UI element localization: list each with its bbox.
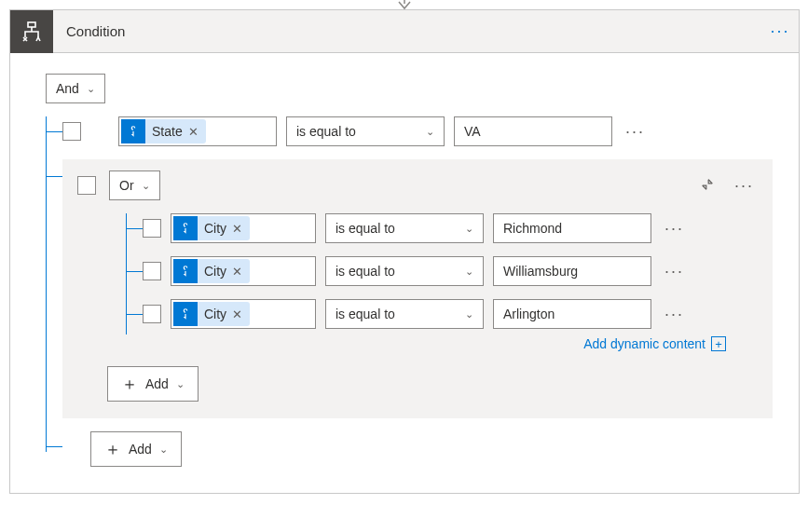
value-input[interactable]: Richmond [493,213,651,243]
nested-add-row: ＋ Add ⌄ [107,366,758,402]
chevron-down-icon: ⌄ [426,126,434,138]
chevron-down-icon: ⌄ [87,83,95,95]
root-tree: State ✕ is equal to ⌄ VA ··· [46,116,773,467]
operator-label: is equal to [336,221,395,236]
condition-row: City ✕ is equal to ⌄ Williamsburg ··· [143,256,758,286]
value-text: Richmond [503,221,562,236]
card-header: Condition ··· [10,10,799,53]
nested-logic-label: Or [119,178,134,193]
operator-label: is equal to [296,124,356,139]
nested-header: Or ⌄ ··· [77,171,758,200]
chevron-down-icon: ⌄ [465,266,473,278]
row-checkbox[interactable] [143,305,161,323]
trigger-icon [173,259,198,283]
condition-body: And ⌄ State ✕ is equal to [10,53,799,493]
field-label: City [204,221,226,236]
remove-token-icon[interactable]: ✕ [232,222,242,236]
condition-row: City ✕ is equal to ⌄ Arlington ··· [143,299,758,329]
field-token-box[interactable]: City ✕ [171,299,316,329]
nested-tree: City ✕ is equal to ⌄ Richmond ··· [126,213,758,351]
group-menu-button[interactable]: ··· [731,176,758,196]
nested-group: Or ⌄ ··· [62,159,773,418]
value-text: Arlington [503,307,555,321]
value-input[interactable]: VA [454,116,612,146]
value-input[interactable]: Arlington [493,299,651,329]
nested-add-button[interactable]: ＋ Add ⌄ [107,366,199,402]
value-text: VA [464,124,481,139]
root-logic-select[interactable]: And ⌄ [46,74,105,103]
chevron-down-icon: ⌄ [465,308,473,321]
operator-select[interactable]: is equal to ⌄ [286,116,445,146]
card-title: Condition [53,23,761,39]
nested-logic-select[interactable]: Or ⌄ [109,171,160,200]
flow-arrow-icon [395,0,414,10]
chevron-down-icon: ⌄ [142,180,150,192]
dynamic-content-row: Add dynamic content + [143,329,758,351]
field-token: City ✕ [173,259,250,283]
trigger-icon [173,302,198,326]
trigger-icon [173,216,198,240]
row-menu-button[interactable]: ··· [661,305,688,324]
svg-rect-0 [28,22,35,27]
chevron-down-icon: ⌄ [465,223,473,235]
field-token-box[interactable]: City ✕ [171,256,316,286]
field-token: State ✕ [121,119,206,143]
field-token: City ✕ [173,302,250,326]
outer-add-row: ＋ Add ⌄ [62,431,773,467]
field-label: City [204,307,226,321]
plus-icon: ＋ [121,373,138,395]
condition-card: Condition ··· And ⌄ State ✕ [9,9,800,494]
trigger-icon [121,119,145,143]
value-input[interactable]: Williamsburg [493,256,651,286]
add-label: Add [145,376,169,391]
field-label: City [204,264,226,279]
chevron-down-icon: ⌄ [176,378,185,390]
chevron-down-icon: ⌄ [159,443,168,456]
field-token-box[interactable]: State ✕ [118,116,277,146]
group-checkbox[interactable] [77,176,96,195]
remove-token-icon[interactable]: ✕ [188,125,199,139]
dynamic-link-label: Add dynamic content [583,336,705,351]
row-menu-button[interactable]: ··· [622,122,649,142]
add-label: Add [129,442,152,457]
row-menu-button[interactable]: ··· [661,262,688,281]
row-menu-button[interactable]: ··· [661,219,688,239]
operator-label: is equal to [336,307,395,321]
field-token-box[interactable]: City ✕ [171,213,316,243]
operator-select[interactable]: is equal to ⌄ [325,256,484,286]
plus-box-icon: + [711,336,726,351]
operator-label: is equal to [336,264,395,279]
remove-token-icon[interactable]: ✕ [232,265,242,279]
operator-select[interactable]: is equal to ⌄ [325,213,484,243]
collapse-icon[interactable] [697,178,718,194]
operator-select[interactable]: is equal to ⌄ [325,299,484,329]
value-text: Williamsburg [503,264,578,279]
plus-icon: ＋ [104,438,121,460]
row-checkbox[interactable] [62,122,81,141]
condition-icon [10,10,53,53]
field-label: State [152,124,183,139]
row-checkbox[interactable] [143,262,161,280]
row-checkbox[interactable] [143,219,161,238]
field-token: City ✕ [173,216,250,240]
condition-row: City ✕ is equal to ⌄ Richmond ··· [143,213,758,243]
card-menu-button[interactable]: ··· [761,21,799,41]
remove-token-icon[interactable]: ✕ [232,307,242,321]
add-dynamic-content-link[interactable]: Add dynamic content + [583,336,726,351]
condition-row: State ✕ is equal to ⌄ VA ··· [62,116,773,146]
root-logic-label: And [56,81,79,96]
outer-add-button[interactable]: ＋ Add ⌄ [90,431,182,467]
